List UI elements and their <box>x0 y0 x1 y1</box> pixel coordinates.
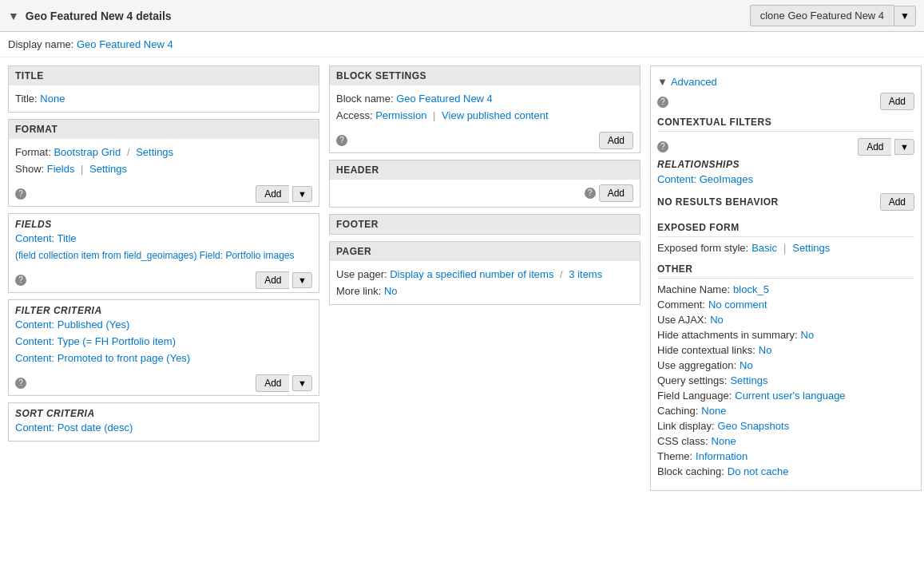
no-results-add-button[interactable]: Add <box>880 193 914 211</box>
caching-link[interactable]: None <box>701 405 726 417</box>
advanced-toggle[interactable]: ▼ Advanced <box>657 73 914 91</box>
hide-contextual-link[interactable]: No <box>759 344 772 356</box>
use-aggregation-label: Use aggregation: <box>657 359 736 371</box>
fields-link[interactable]: Fields <box>47 163 75 175</box>
format-section-header: FORMAT <box>9 120 319 139</box>
contextual-filters-question-icon[interactable]: ? <box>657 97 668 108</box>
format-value-link[interactable]: Bootstrap Grid <box>54 146 121 158</box>
exposed-form-title: EXPOSED FORM <box>657 219 914 237</box>
clone-button[interactable]: clone Geo Featured New 4 <box>750 5 894 26</box>
field-language-label: Field Language: <box>657 390 732 402</box>
fields-add-button[interactable]: Add <box>256 271 289 289</box>
machine-name-link[interactable]: block_5 <box>733 283 769 295</box>
block-caching-link[interactable]: Do not cache <box>728 465 789 477</box>
no-results-section: NO RESULTS BEHAVIOR Add <box>657 192 914 214</box>
css-class-link[interactable]: None <box>712 435 736 447</box>
field-collection-link[interactable]: (field collection item from field_geoima… <box>15 250 294 261</box>
show-settings-link[interactable]: Settings <box>89 163 127 175</box>
page-header: ▼ Geo Featured New 4 details clone Geo F… <box>0 0 924 32</box>
pager-section: PAGER Use pager: Display a specified num… <box>329 241 640 305</box>
permission-link[interactable]: Permission <box>375 109 426 121</box>
filter-2: Content: Type (= FH Portfolio item) <box>15 333 312 350</box>
fields-italic-label: FIELDS <box>15 219 312 230</box>
access-row: Access: Permission | View published cont… <box>336 107 633 124</box>
query-settings-row: Query settings: Settings <box>657 373 914 388</box>
hide-attachments-row: Hide attachments in summary: No <box>657 327 914 342</box>
theme-link[interactable]: Information <box>696 450 748 462</box>
fields-field-collection: (field collection item from field_geoima… <box>15 247 312 263</box>
filter-3: Content: Promoted to front page (Yes) <box>15 350 312 366</box>
format-settings-link[interactable]: Settings <box>136 146 173 158</box>
format-pipe: / <box>127 146 130 158</box>
advanced-link[interactable]: Advanced <box>671 76 717 88</box>
content-geoimages-link[interactable]: Content: GeoImages <box>657 173 753 185</box>
query-settings-link[interactable]: Settings <box>730 374 767 386</box>
right-column: ▼ Advanced ? Add CONTEXTUAL FILTERS ? <box>650 65 922 491</box>
block-settings-question-icon[interactable]: ? <box>336 135 347 146</box>
sort-1-link[interactable]: Content: Post date (desc) <box>15 422 133 433</box>
footer-section: FOOTER <box>329 214 640 235</box>
format-add-arrow[interactable]: ▼ <box>292 186 312 202</box>
fields-content-title: Content: Title <box>15 230 312 247</box>
css-class-row: CSS class: None <box>657 433 914 449</box>
access-pipe: | <box>433 109 435 121</box>
content-title-link[interactable]: Content: Title <box>15 232 77 244</box>
title-row: Title: None <box>15 90 312 107</box>
format-question-icon[interactable]: ? <box>15 188 26 200</box>
filter-1: Content: Published (Yes) <box>15 316 312 333</box>
format-section-body: Format: Bootstrap Grid / Settings Show: … <box>9 139 319 182</box>
more-link-value[interactable]: No <box>384 285 398 297</box>
relationships-add-arrow[interactable]: ▼ <box>894 139 914 155</box>
fields-question-icon[interactable]: ? <box>15 275 26 286</box>
block-settings-add-button[interactable]: Add <box>599 132 633 149</box>
comment-link[interactable]: No comment <box>708 299 767 311</box>
advanced-arrow-icon: ▼ <box>657 76 668 88</box>
no-results-title: NO RESULTS BEHAVIOR <box>657 196 779 208</box>
caching-label: Caching: <box>657 405 698 417</box>
relationships-question-icon[interactable]: ? <box>657 141 668 152</box>
title-value-link[interactable]: None <box>40 93 65 105</box>
block-name-row: Block name: Geo Featured New 4 <box>336 90 633 107</box>
items-link[interactable]: 3 items <box>569 268 602 280</box>
basic-link[interactable]: Basic <box>751 242 777 254</box>
caching-row: Caching: None <box>657 403 914 418</box>
filter-add-button[interactable]: Add <box>256 374 289 392</box>
header-add-button[interactable]: Add <box>599 184 633 202</box>
contextual-filters-add-row: ? Add <box>657 91 914 113</box>
exposed-settings-link[interactable]: Settings <box>792 242 830 254</box>
fields-add-arrow[interactable]: ▼ <box>292 272 312 288</box>
use-pager-row: Use pager: Display a specified number of… <box>336 266 633 283</box>
filter-2-link[interactable]: Content: Type (= FH Portfolio item) <box>15 335 176 347</box>
use-aggregation-link[interactable]: No <box>740 359 753 371</box>
field-language-link[interactable]: Current user's language <box>735 390 845 402</box>
use-ajax-link[interactable]: No <box>710 314 724 326</box>
header-question-icon[interactable]: ? <box>585 188 596 199</box>
filter-question-icon[interactable]: ? <box>15 378 26 389</box>
filter-criteria-section: FILTER CRITERIA Content: Published (Yes)… <box>8 299 319 396</box>
hide-attachments-link[interactable]: No <box>801 329 815 341</box>
link-display-link[interactable]: Geo Snapshots <box>718 420 790 432</box>
hide-attachments-label: Hide attachments in summary: <box>657 329 798 341</box>
clone-dropdown-arrow[interactable]: ▼ <box>894 6 916 26</box>
fields-section: FIELDS Content: Title (field collection … <box>8 213 319 293</box>
fields-add-row: ? Add ▼ <box>9 268 319 292</box>
view-published-link[interactable]: View published content <box>442 109 548 121</box>
filter-add-arrow[interactable]: ▼ <box>292 375 312 391</box>
contextual-filters-title: CONTEXTUAL FILTERS <box>657 113 914 132</box>
block-settings-header: BLOCK SETTINGS <box>330 66 640 85</box>
block-caching-label: Block caching: <box>657 465 724 477</box>
pager-link[interactable]: Display a specified number of items <box>390 268 553 280</box>
hide-contextual-row: Hide contextual links: No <box>657 342 914 358</box>
relationships-add-button[interactable]: Add <box>858 138 891 156</box>
format-add-button[interactable]: Add <box>256 185 289 203</box>
display-name-link[interactable]: Geo Featured New 4 <box>77 38 173 50</box>
contextual-filters-add-button[interactable]: Add <box>880 93 914 110</box>
use-ajax-label: Use AJAX: <box>657 314 707 326</box>
use-ajax-row: Use AJAX: No <box>657 312 914 327</box>
block-name-value-link[interactable]: Geo Featured New 4 <box>396 93 493 105</box>
filter-3-link[interactable]: Content: Promoted to front page (Yes) <box>15 352 190 364</box>
filter-1-link[interactable]: Content: Published (Yes) <box>15 319 129 331</box>
contextual-filters-section: ? Add CONTEXTUAL FILTERS <box>657 91 914 132</box>
pager-section-header: PAGER <box>330 242 640 261</box>
block-caching-row: Block caching: Do not cache <box>657 464 914 479</box>
